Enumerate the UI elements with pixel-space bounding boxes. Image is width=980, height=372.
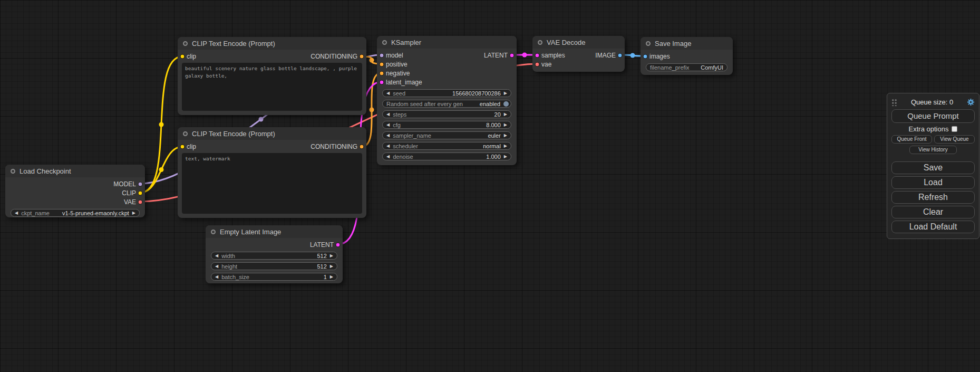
increment-arrow-icon[interactable]: ▶: [330, 254, 333, 258]
queue-front-button[interactable]: Queue Front: [891, 135, 932, 144]
widget-name: cfg: [393, 122, 401, 128]
save-button[interactable]: Save: [891, 161, 975, 174]
latent-output-dot-icon[interactable]: [509, 53, 515, 58]
clip-input-dot-icon[interactable]: [180, 54, 185, 59]
increment-arrow-icon[interactable]: ▶: [330, 275, 333, 279]
load-default-button[interactable]: Load Default: [891, 221, 975, 233]
positive-prompt-textarea[interactable]: beautiful scenery nature glass bottle la…: [182, 63, 362, 111]
node-editor-canvas[interactable]: Load Checkpoint MODEL CLIP VAE ◀ ckpt_na…: [0, 0, 980, 372]
steps-widget[interactable]: ◀ steps 20 ▶: [382, 110, 511, 118]
vae-output-dot-icon[interactable]: [138, 199, 143, 205]
widget-name: seed: [393, 90, 405, 97]
collapse-dot-icon[interactable]: [646, 41, 651, 46]
node-clip-text-encode-positive[interactable]: CLIP Text Encode (Prompt) clip CONDITION…: [178, 37, 366, 115]
decrement-arrow-icon[interactable]: ◀: [215, 254, 218, 258]
clip-output-dot-icon[interactable]: [138, 190, 143, 196]
decrement-arrow-icon[interactable]: ◀: [386, 112, 390, 117]
output-label-conditioning: CONDITIONING: [311, 53, 357, 60]
prev-value-arrow-icon[interactable]: ◀: [386, 144, 390, 148]
random-seed-widget[interactable]: Random seed after every gen enabled: [382, 100, 511, 108]
seed-toggle-icon[interactable]: [503, 101, 509, 107]
output-label-latent: LATENT: [310, 241, 334, 249]
latent-image-input-dot-icon[interactable]: [379, 80, 384, 85]
collapse-dot-icon[interactable]: [183, 131, 188, 136]
clip-input-dot-icon[interactable]: [180, 144, 185, 149]
node-body: clip CONDITIONING beautiful scenery natu…: [178, 50, 366, 111]
positive-input-dot-icon[interactable]: [379, 62, 384, 67]
conditioning-output-dot-icon[interactable]: [359, 144, 364, 149]
widget-value: 20: [494, 111, 501, 118]
refresh-button[interactable]: Refresh: [891, 191, 975, 204]
width-widget[interactable]: ◀ width 512 ▶: [211, 252, 337, 260]
wire-midpoint-dot-model-to-ksampler: [259, 117, 264, 122]
node-title-bar[interactable]: CLIP Text Encode (Prompt): [178, 127, 366, 140]
widget-value: v1-5-pruned-emaonly.ckpt: [62, 210, 129, 216]
increment-arrow-icon[interactable]: ▶: [504, 123, 507, 127]
negative-input-dot-icon[interactable]: [379, 71, 384, 76]
node-vae-decode[interactable]: VAE Decode samples IMAGE vae: [532, 36, 625, 72]
node-ksampler[interactable]: KSampler model LATENT positive negative …: [377, 36, 517, 165]
negative-prompt-textarea[interactable]: text, watermark: [182, 153, 362, 214]
widget-name: ckpt_name: [21, 210, 50, 216]
wire-midpoint-dot-clip-to-negative-encode: [159, 167, 164, 172]
collapse-dot-icon[interactable]: [11, 169, 15, 174]
view-queue-button[interactable]: View Queue: [934, 135, 975, 144]
load-button[interactable]: Load: [891, 176, 975, 189]
image-output-dot-icon[interactable]: [617, 53, 623, 58]
node-load-checkpoint[interactable]: Load Checkpoint MODEL CLIP VAE ◀ ckpt_na…: [5, 165, 145, 217]
decrement-arrow-icon[interactable]: ◀: [386, 123, 390, 127]
decrement-arrow-icon[interactable]: ◀: [386, 155, 390, 159]
increment-arrow-icon[interactable]: ▶: [504, 155, 507, 159]
node-title-bar[interactable]: KSampler: [377, 36, 517, 49]
batch-size-widget[interactable]: ◀ batch_size 1 ▶: [211, 273, 337, 281]
view-history-button[interactable]: View History: [909, 146, 956, 154]
vae-input-dot-icon[interactable]: [535, 62, 540, 67]
output-label-image: IMAGE: [595, 52, 616, 59]
node-title-bar[interactable]: Save Image: [641, 37, 733, 50]
node-clip-text-encode-negative[interactable]: CLIP Text Encode (Prompt) clip CONDITION…: [178, 127, 366, 218]
decrement-arrow-icon[interactable]: ◀: [215, 275, 218, 279]
model-output-dot-icon[interactable]: [138, 182, 143, 187]
conditioning-output-dot-icon[interactable]: [359, 54, 364, 59]
seed-widget[interactable]: ◀ seed 156680208700286 ▶: [382, 89, 511, 97]
images-input-dot-icon[interactable]: [643, 54, 648, 59]
collapse-dot-icon[interactable]: [211, 230, 216, 234]
model-input-dot-icon[interactable]: [379, 53, 384, 58]
node-title: Empty Latent Image: [220, 228, 281, 236]
extra-options-checkbox[interactable]: [952, 126, 957, 132]
widget-value: euler: [488, 132, 500, 139]
collapse-dot-icon[interactable]: [538, 40, 542, 45]
filename-prefix-widget[interactable]: filename_prefix ComfyUI: [646, 63, 727, 71]
collapse-dot-icon[interactable]: [382, 40, 387, 45]
cfg-widget[interactable]: ◀ cfg 8.000 ▶: [382, 121, 511, 129]
clear-button[interactable]: Clear: [891, 206, 975, 218]
drag-handle-icon[interactable]: [891, 98, 897, 106]
increment-arrow-icon[interactable]: ▶: [330, 264, 333, 269]
wire-midpoint-dot-clip-to-positive-encode: [159, 122, 164, 127]
height-widget[interactable]: ◀ height 512 ▶: [211, 262, 337, 270]
increment-arrow-icon[interactable]: ▶: [504, 112, 507, 117]
decrement-arrow-icon[interactable]: ◀: [215, 264, 218, 269]
node-title-bar[interactable]: VAE Decode: [532, 36, 625, 49]
samples-input-dot-icon[interactable]: [535, 53, 540, 58]
decrement-arrow-icon[interactable]: ◀: [386, 91, 390, 96]
next-value-arrow-icon[interactable]: ▶: [504, 144, 507, 148]
latent-output-dot-icon[interactable]: [335, 242, 341, 247]
increment-arrow-icon[interactable]: ▶: [504, 91, 507, 96]
node-empty-latent-image[interactable]: Empty Latent Image LATENT ◀ width 512 ▶ …: [206, 225, 343, 283]
prev-value-arrow-icon[interactable]: ◀: [15, 211, 18, 215]
scheduler-widget[interactable]: ◀ scheduler normal ▶: [382, 142, 511, 150]
prev-value-arrow-icon[interactable]: ◀: [386, 133, 390, 138]
node-title-bar[interactable]: Load Checkpoint: [5, 165, 145, 177]
node-title-bar[interactable]: Empty Latent Image: [206, 225, 343, 238]
denoise-widget[interactable]: ◀ denoise 1.000 ▶: [382, 152, 511, 160]
collapse-dot-icon[interactable]: [183, 41, 188, 46]
settings-button[interactable]: [967, 98, 975, 106]
node-title-bar[interactable]: CLIP Text Encode (Prompt): [178, 37, 366, 50]
node-save-image[interactable]: Save Image images filename_prefix ComfyU…: [641, 37, 733, 75]
ckpt-name-widget[interactable]: ◀ ckpt_name v1-5-pruned-emaonly.ckpt ▶: [11, 209, 140, 217]
sampler-name-widget[interactable]: ◀ sampler_name euler ▶: [382, 131, 511, 139]
queue-prompt-button[interactable]: Queue Prompt: [891, 109, 975, 123]
next-value-arrow-icon[interactable]: ▶: [132, 211, 135, 215]
next-value-arrow-icon[interactable]: ▶: [504, 133, 507, 138]
